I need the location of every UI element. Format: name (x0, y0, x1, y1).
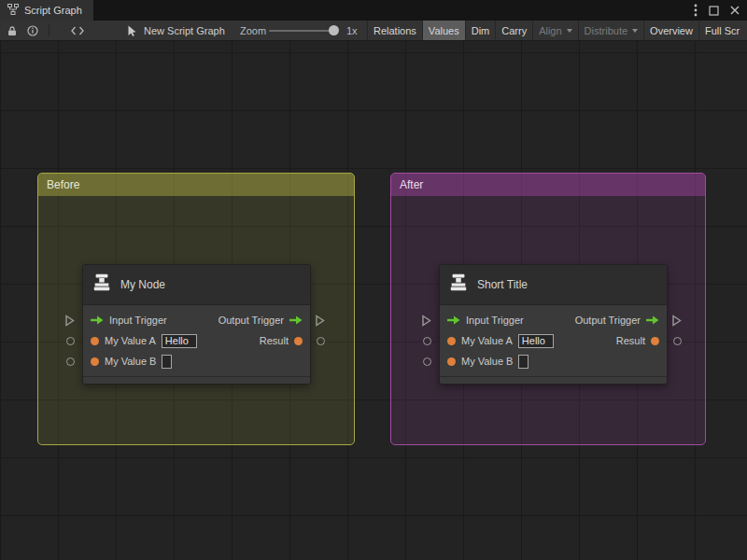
port-output-trigger[interactable]: Output Trigger (218, 315, 303, 326)
node-title: My Node (120, 278, 165, 291)
dim-button[interactable]: Dim (465, 21, 496, 40)
node-icon (92, 273, 112, 297)
value-port-icon (91, 357, 99, 366)
toolbar-divider (49, 24, 49, 36)
close-icon[interactable] (730, 6, 740, 15)
ext-output-trigger-port[interactable] (315, 315, 325, 327)
node-body: Input Trigger Output Trigger My Value A … (440, 305, 667, 371)
port-my-value-b[interactable]: My Value B (91, 355, 172, 369)
value-b-input[interactable] (518, 355, 529, 369)
graph-canvas[interactable]: Before After My Node (0, 41, 747, 560)
chevron-down-icon (632, 29, 638, 33)
distribute-dropdown[interactable]: Distribute (578, 21, 643, 40)
group-before-title: Before (47, 178, 79, 191)
port-label: Input Trigger (466, 315, 524, 326)
value-port-icon (91, 337, 99, 345)
overview-button[interactable]: Overview (643, 21, 698, 40)
value-a-input[interactable]: Hello (518, 334, 554, 348)
port-input-trigger[interactable]: Input Trigger (91, 315, 167, 326)
value-port-icon (651, 337, 659, 345)
carry-button[interactable]: Carry (495, 21, 532, 40)
port-my-value-a[interactable]: My Value A Hello (91, 334, 197, 348)
tab-title: Script Graph (24, 5, 82, 16)
port-input-trigger[interactable]: Input Trigger (447, 315, 524, 326)
align-dropdown[interactable]: Align (532, 21, 577, 40)
port-label: Result (616, 335, 645, 346)
ext-result-port[interactable] (673, 337, 682, 345)
ext-value-a-port[interactable] (423, 337, 431, 345)
node-row-value-a: My Value A Hello Result (83, 330, 310, 351)
tab-bar: Script Graph (0, 0, 747, 21)
node-icon (448, 273, 469, 297)
trigger-out-arrow-icon (289, 315, 303, 325)
node-title: Short Title (477, 278, 528, 291)
zoom-label: Zoom (240, 21, 266, 40)
node-row-triggers: Input Trigger Output Trigger (83, 310, 310, 330)
port-label: Input Trigger (109, 315, 167, 326)
ext-input-trigger-port[interactable] (421, 315, 431, 327)
ext-value-b-port[interactable] (423, 357, 431, 366)
trigger-in-arrow-icon (447, 315, 460, 325)
port-result[interactable]: Result (260, 335, 303, 346)
trigger-in-arrow-icon (91, 315, 104, 325)
code-view-icon[interactable] (67, 21, 88, 40)
distribute-label: Distribute (585, 25, 627, 36)
script-graph-tab-icon (7, 4, 19, 17)
menu-kebab-icon[interactable] (694, 4, 698, 17)
node-row-triggers: Input Trigger Output Trigger (440, 310, 667, 330)
trigger-out-arrow-icon (646, 315, 659, 325)
group-after-title: After (400, 178, 423, 191)
port-my-value-a[interactable]: My Value A Hello (447, 334, 554, 348)
ext-value-a-port[interactable] (66, 337, 75, 345)
ext-output-trigger-port[interactable] (671, 315, 682, 327)
port-my-value-b[interactable]: My Value B (447, 355, 529, 369)
ext-value-b-port[interactable] (66, 357, 75, 366)
value-port-icon (294, 337, 303, 345)
port-label: My Value A (105, 335, 156, 346)
node-row-value-b: My Value B (83, 351, 310, 371)
toolbar-buttons: Relations Values Dim Carry Align Distrib… (367, 21, 747, 40)
node-footer (440, 376, 667, 384)
info-icon[interactable] (24, 21, 41, 40)
values-button[interactable]: Values (422, 21, 465, 40)
node-header[interactable]: Short Title (440, 265, 667, 305)
chevron-down-icon (567, 29, 572, 33)
node-row-value-b: My Value B (440, 351, 667, 371)
port-label: My Value B (105, 356, 156, 367)
port-result[interactable]: Result (616, 335, 659, 346)
node-row-value-a: My Value A Hello Result (440, 330, 667, 351)
node-body: Input Trigger Output Trigger My Value A … (83, 305, 310, 371)
fullscreen-button[interactable]: Full Scr (698, 21, 745, 40)
value-port-icon (447, 337, 456, 345)
relations-button[interactable]: Relations (367, 21, 422, 40)
ext-input-trigger-port[interactable] (64, 315, 75, 327)
group-before-header[interactable]: Before (38, 174, 354, 196)
node-header[interactable]: My Node (83, 265, 310, 305)
graph-name-label[interactable]: New Script Graph (144, 21, 225, 40)
graph-pointer-icon (126, 21, 139, 40)
maximize-icon[interactable] (709, 6, 719, 16)
port-label: Output Trigger (218, 315, 284, 326)
port-label: My Value B (461, 356, 513, 367)
window-controls (694, 0, 747, 21)
graph-toolbar: New Script Graph Zoom 1x Relations Value… (0, 21, 747, 41)
value-b-input[interactable] (162, 355, 172, 369)
zoom-slider-track[interactable] (269, 30, 336, 32)
node-short-title[interactable]: Short Title Input Trigger Output Trigger (439, 264, 668, 385)
tab-script-graph[interactable]: Script Graph (0, 0, 93, 21)
script-graph-window: Script Graph (0, 0, 747, 560)
port-label: My Value A (461, 335, 513, 346)
group-after-header[interactable]: After (391, 174, 705, 196)
port-output-trigger[interactable]: Output Trigger (575, 315, 659, 326)
lock-icon[interactable] (4, 21, 21, 40)
align-label: Align (539, 25, 561, 36)
value-port-icon (447, 357, 456, 366)
port-label: Output Trigger (575, 315, 641, 326)
node-footer (83, 376, 310, 384)
ext-result-port[interactable] (317, 337, 325, 345)
port-label: Result (260, 335, 289, 346)
zoom-slider-knob[interactable] (329, 25, 339, 35)
zoom-value: 1x (346, 21, 358, 40)
value-a-input[interactable]: Hello (162, 334, 197, 348)
node-my-node[interactable]: My Node Input Trigger Output Trigger (82, 264, 311, 385)
